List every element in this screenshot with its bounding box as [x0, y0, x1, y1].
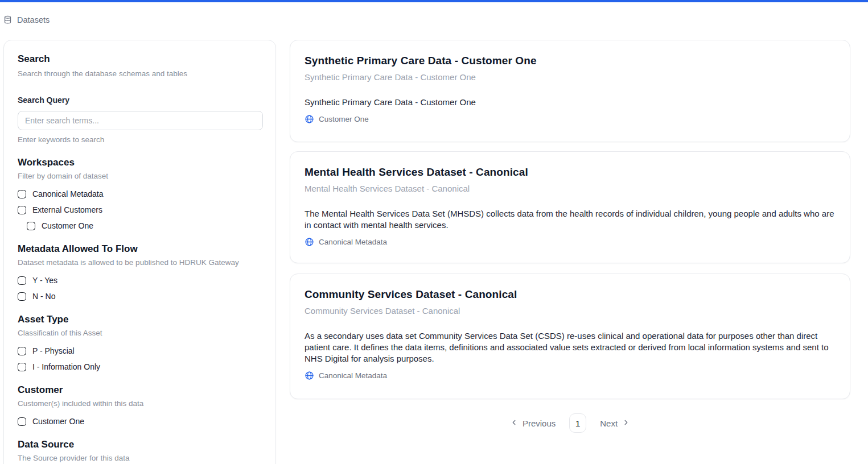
- workspace-tag-label: Canonical Metadata: [319, 371, 387, 380]
- checkbox-canonical-metadata[interactable]: [18, 190, 26, 198]
- filter-option-list: Canonical MetadataExternal CustomersCust…: [18, 188, 262, 231]
- filter-section-customer: CustomerCustomer(s) included within this…: [18, 384, 262, 427]
- filter-option-p-physcial[interactable]: P - Physcial: [18, 345, 262, 357]
- dataset-card-description: The Mental Health Services Data Set (MHS…: [305, 208, 836, 231]
- filter-option-canonical-metadata[interactable]: Canonical Metadata: [18, 188, 262, 200]
- filter-sidebar: Search Search through the database schem…: [3, 40, 276, 464]
- dataset-card[interactable]: Synthetic Primary Care Data - Customer O…: [290, 40, 850, 142]
- checkbox-label: P - Physcial: [32, 345, 75, 357]
- dataset-card-description: Synthetic Primary Care Data - Customer O…: [305, 97, 836, 108]
- search-panel-title: Search: [18, 53, 262, 65]
- checkbox-label: Customer One: [32, 416, 84, 427]
- page-number-button[interactable]: 1: [569, 413, 586, 433]
- search-input[interactable]: [18, 111, 263, 130]
- filter-option-customer-one[interactable]: Customer One: [18, 416, 262, 427]
- page-title: Datasets: [17, 15, 50, 24]
- dataset-card-subtitle: Mental Health Services Dataset - Canonic…: [305, 183, 836, 194]
- pagination: Previous 1 Next: [290, 413, 850, 433]
- dataset-card-workspace-tag: Canonical Metadata: [305, 371, 836, 380]
- checkbox-external-customers[interactable]: [18, 206, 26, 214]
- filter-section-subtitle: The Source provider for this data: [18, 453, 262, 463]
- filter-section-data-source: Data SourceThe Source provider for this …: [18, 438, 262, 463]
- dataset-card-title: Mental Health Services Dataset - Canonic…: [305, 166, 836, 179]
- workspace-tag-label: Canonical Metadata: [319, 238, 387, 246]
- filter-option-n-no[interactable]: N - No: [18, 291, 262, 302]
- filter-section-subtitle: Dataset metadata is allowed to be publis…: [18, 258, 262, 268]
- checkbox-n-no[interactable]: [18, 292, 26, 301]
- checkbox-y-yes[interactable]: [18, 276, 26, 285]
- chevron-left-icon: [510, 419, 518, 428]
- filter-option-external-customers[interactable]: External Customers: [18, 204, 262, 216]
- search-help-text: Enter keywords to search: [18, 135, 262, 145]
- filter-section-title: Workspaces: [18, 156, 262, 169]
- globe-icon: [305, 371, 314, 380]
- chevron-right-icon: [622, 419, 630, 428]
- previous-page-button[interactable]: Previous: [510, 419, 556, 428]
- dataset-card-workspace-tag: Canonical Metadata: [305, 237, 836, 247]
- dataset-card-subtitle: Synthetic Primary Care Data - Customer O…: [305, 72, 836, 83]
- globe-icon: [305, 114, 314, 124]
- database-icon: [3, 15, 12, 24]
- checkbox-customer-one[interactable]: [18, 417, 26, 426]
- filter-sections: WorkspacesFilter by domain of datasetCan…: [18, 156, 262, 463]
- checkbox-customer-one[interactable]: [27, 222, 35, 230]
- dataset-card[interactable]: Mental Health Services Dataset - Canonic…: [290, 151, 850, 263]
- filter-option-i-information-only[interactable]: I - Information Only: [18, 361, 262, 372]
- filter-section-workspaces: WorkspacesFilter by domain of datasetCan…: [18, 156, 262, 231]
- checkbox-label: Y - Yes: [32, 275, 57, 286]
- next-page-button[interactable]: Next: [600, 419, 630, 428]
- filter-option-list: Customer One: [18, 416, 262, 427]
- filter-section-asset-type: Asset TypeClassificatin of this AssetP -…: [18, 313, 262, 372]
- filter-section-metadata-allowed-to-flow: Metadata Allowed To FlowDataset metadata…: [18, 243, 262, 302]
- workspace-tag-label: Customer One: [319, 115, 369, 123]
- filter-option-y-yes[interactable]: Y - Yes: [18, 275, 262, 286]
- search-panel-subtitle: Search through the database schemas and …: [18, 69, 262, 79]
- previous-page-label: Previous: [523, 419, 556, 428]
- filter-option-list: P - PhyscialI - Information Only: [18, 345, 262, 372]
- checkbox-i-information-only[interactable]: [18, 363, 26, 371]
- dataset-card-workspace-tag: Customer One: [305, 114, 836, 124]
- checkbox-label: N - No: [32, 291, 55, 302]
- checkbox-label: External Customers: [32, 204, 102, 216]
- dataset-card-title: Synthetic Primary Care Data - Customer O…: [305, 55, 836, 67]
- top-accent-bar: [0, 0, 868, 2]
- checkbox-label: Customer One: [42, 220, 93, 231]
- filter-section-subtitle: Classificatin of this Asset: [18, 328, 262, 338]
- filter-section-subtitle: Filter by domain of dataset: [18, 171, 262, 181]
- filter-section-title: Asset Type: [18, 313, 262, 326]
- checkbox-label: I - Information Only: [32, 361, 100, 372]
- checkbox-label: Canonical Metadata: [32, 188, 104, 200]
- globe-icon: [305, 237, 314, 247]
- checkbox-p-physcial[interactable]: [18, 347, 26, 355]
- dataset-card-title: Community Services Dataset - Canonical: [305, 288, 836, 301]
- dataset-card-description: As a secondary uses data set Community S…: [305, 330, 836, 364]
- filter-option-customer-one[interactable]: Customer One: [27, 220, 262, 231]
- filter-section-title: Data Source: [18, 438, 262, 451]
- breadcrumb[interactable]: Datasets: [3, 15, 50, 24]
- dataset-card-subtitle: Community Services Dataset - Canonical: [305, 305, 836, 317]
- search-query-label: Search Query: [18, 95, 262, 105]
- filter-option-list: Y - YesN - No: [18, 275, 262, 302]
- dataset-card[interactable]: Community Services Dataset - CanonicalCo…: [290, 274, 850, 399]
- filter-section-title: Metadata Allowed To Flow: [18, 243, 262, 255]
- filter-section-title: Customer: [18, 384, 262, 396]
- next-page-label: Next: [600, 419, 618, 428]
- filter-section-subtitle: Customer(s) included within this data: [18, 399, 262, 409]
